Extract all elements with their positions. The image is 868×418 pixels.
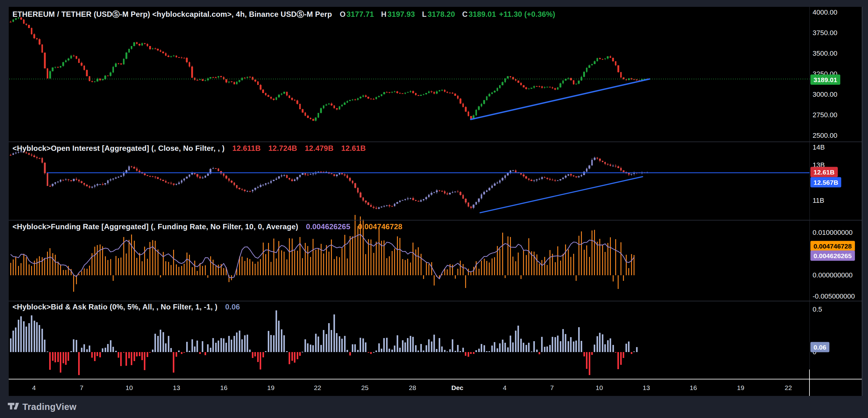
legend-bid-ask-ratio: <Hyblock>Bid & Ask Ratio (0%, 5%, All, ,… [12, 303, 240, 311]
price-axis-label: 12.567B [810, 177, 841, 187]
funding-average-line [10, 235, 634, 279]
time-axis-label: 22 [784, 384, 792, 391]
axis-tick-label: 0.000000000 [813, 271, 852, 279]
ratio-last-value: 0.06 [225, 303, 240, 311]
oi-value-open: 12.611B [232, 144, 260, 152]
time-axis-label: 16 [690, 384, 697, 391]
time-axis-label: 10 [596, 384, 603, 391]
pane-separator-2[interactable] [9, 220, 862, 220]
funding-last-value: 0.004746728 [358, 222, 402, 231]
legend-price: ETHEREUM / TETHER (USDⓈ-M Perp) <hyblock… [12, 9, 555, 19]
time-axis-label: Dec [452, 384, 464, 391]
axis-tick-label: 3750.00 [813, 29, 837, 37]
symbol-title: ETHEREUM / TETHER (USDⓈ-M Perp) <hyblock… [12, 10, 332, 19]
ohlc-low-key: L [422, 10, 427, 19]
axis-tick-label: 11B [813, 197, 825, 205]
time-axis-label: 7 [550, 384, 554, 391]
axis-tick-label: 3500.00 [813, 49, 837, 58]
oi-value-low: 12.479B [305, 144, 334, 152]
axis-tick-label: 0.010000000 [813, 229, 852, 237]
axis-tick-label: 14B [813, 143, 825, 151]
price-scale[interactable]: 4000.003750.003500.003250.003000.002750.… [809, 7, 862, 379]
indicator-title-funding-rate: <Hyblock>Funding Rate [Aggregated] (, Fu… [12, 222, 298, 231]
price-axis-label: 12.61B [810, 167, 838, 177]
pane-separator-1[interactable] [9, 141, 862, 142]
price-candles-series [10, 17, 648, 121]
axis-tick-label: 2750.00 [813, 111, 837, 119]
time-axis-label: 22 [314, 384, 321, 391]
price-axis-label: 3189.01 [810, 75, 840, 85]
ohlc-low-value: 3178.20 [428, 10, 455, 19]
axis-tick-label: 0.5 [813, 305, 822, 314]
oi-trendline[interactable] [480, 177, 643, 213]
ohlc-high-value: 3197.93 [388, 10, 415, 19]
tradingview-logo[interactable]: TradingView [7, 402, 76, 412]
time-axis-label: 19 [737, 384, 744, 391]
price-axis-label: 0.004626265 [810, 250, 855, 260]
ohlc-high-key: H [381, 10, 387, 19]
time-axis-label: 4 [32, 384, 36, 391]
time-axis-label: 7 [80, 384, 84, 391]
oi-value-close: 12.61B [341, 144, 366, 152]
indicator-title-open-interest: <Hyblock>Open Interest [Aggregated] (, C… [12, 144, 224, 152]
axis-tick-label: -0.005000000 [813, 292, 855, 301]
ohlc-close-key: C [462, 10, 468, 19]
price-axis-label: 0.004746728 [810, 241, 855, 251]
time-axis-label: 25 [361, 384, 368, 391]
axis-tick-label: 4000.00 [813, 8, 837, 16]
chart-canvas[interactable] [9, 7, 862, 379]
axis-tick-label: 2500.00 [813, 132, 837, 140]
axis-tick-label: 3000.00 [813, 91, 837, 99]
ohlc-change-value: +11.30 (+0.36%) [499, 10, 555, 19]
funding-average-value: 0.004626265 [306, 222, 350, 231]
ohlc-open-value: 3177.71 [346, 10, 374, 19]
legend-funding-rate: <Hyblock>Funding Rate [Aggregated] (, Fu… [12, 222, 402, 231]
bid-ask-ratio-histogram [10, 310, 638, 375]
time-axis-label: 16 [220, 384, 227, 391]
open-interest-candles-series [10, 150, 648, 209]
tradingview-logo-text: TradingView [23, 402, 76, 412]
legend-open-interest: <Hyblock>Open Interest [Aggregated] (, C… [12, 144, 366, 153]
pane-separator-3[interactable] [9, 301, 862, 301]
price-axis-label: 0.06 [810, 342, 829, 352]
ohlc-open-key: O [340, 10, 346, 19]
tradingview-logo-icon [7, 403, 19, 412]
time-axis-label: 19 [267, 384, 274, 391]
oi-value-high: 12.724B [268, 144, 297, 152]
time-axis-label: 28 [409, 384, 416, 391]
chart-area[interactable]: ETHEREUM / TETHER (USDⓈ-M Perp) <hyblock… [9, 7, 862, 396]
time-axis-label: 4 [503, 384, 506, 391]
time-scale[interactable]: 4710131619222528Dec471013161922 [9, 379, 862, 396]
ohlc-close-value: 3189.01 [469, 10, 496, 19]
indicator-title-bid-ask-ratio: <Hyblock>Bid & Ask Ratio (0%, 5%, All, ,… [12, 303, 217, 311]
time-axis-label: 13 [643, 384, 650, 391]
time-axis-label: 13 [173, 384, 180, 391]
time-axis-label: 10 [125, 384, 133, 391]
